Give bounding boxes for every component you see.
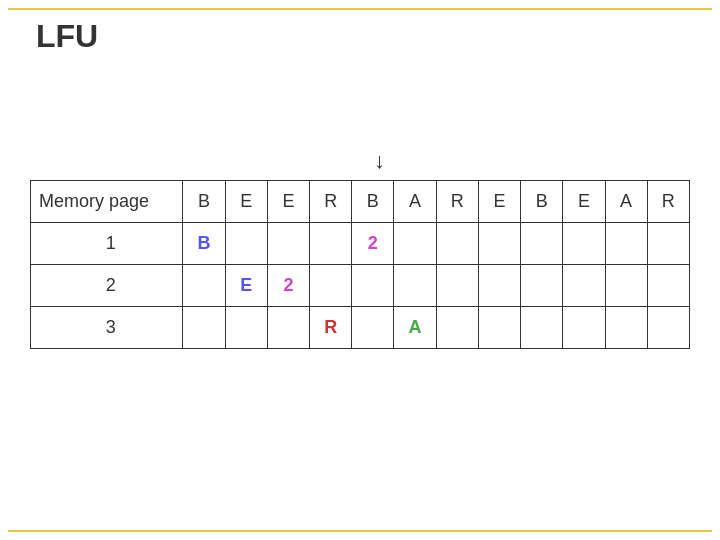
row-3-cell-9 (563, 307, 605, 349)
row-2-cell-8 (521, 265, 563, 307)
row-1-cell-0: B (183, 223, 225, 265)
row-1-cell-2 (267, 223, 309, 265)
table-row-2: 2 E 2 (31, 265, 690, 307)
header-cell-5: A (394, 181, 436, 223)
row-2-cell-2: 2 (267, 265, 309, 307)
header-cell-7: E (478, 181, 520, 223)
header-cell-11: R (647, 181, 689, 223)
header-cell-3: R (310, 181, 352, 223)
header-cell-0: B (183, 181, 225, 223)
row-1-cell-6 (436, 223, 478, 265)
row-2-cell-9 (563, 265, 605, 307)
row-1-cell-9 (563, 223, 605, 265)
row-2-cell-11 (647, 265, 689, 307)
row-1-cell-8 (521, 223, 563, 265)
row-2-cell-4 (352, 265, 394, 307)
row-2-cell-5 (394, 265, 436, 307)
row-3-cell-1 (225, 307, 267, 349)
row-1-cell-4: 2 (352, 223, 394, 265)
header-label: Memory page (31, 181, 183, 223)
row-3-cell-10 (605, 307, 647, 349)
row-3-label: 3 (31, 307, 183, 349)
row-3-cell-3: R (310, 307, 352, 349)
row-1-cell-10 (605, 223, 647, 265)
row-1-cell-11 (647, 223, 689, 265)
row-2-cell-10 (605, 265, 647, 307)
row-2-cell-0 (183, 265, 225, 307)
row-3-cell-0 (183, 307, 225, 349)
header-cell-1: E (225, 181, 267, 223)
row-3-cell-5: A (394, 307, 436, 349)
row-1-cell-7 (478, 223, 520, 265)
header-cell-8: B (521, 181, 563, 223)
table-row-3: 3 R A (31, 307, 690, 349)
row-2-label: 2 (31, 265, 183, 307)
row-2-cell-6 (436, 265, 478, 307)
header-row: Memory page B E E R B A R E B E A R (31, 181, 690, 223)
row-3-cell-7 (478, 307, 520, 349)
row-3-cell-4 (352, 307, 394, 349)
row-1-cell-1 (225, 223, 267, 265)
row-2-cell-1: E (225, 265, 267, 307)
arrow-indicator: ↓ (374, 148, 385, 174)
row-1-cell-3 (310, 223, 352, 265)
header-cell-10: A (605, 181, 647, 223)
header-cell-6: R (436, 181, 478, 223)
row-3-cell-2 (267, 307, 309, 349)
row-3-cell-11 (647, 307, 689, 349)
table-row-1: 1 B 2 (31, 223, 690, 265)
page-title: LFU (36, 18, 98, 55)
row-3-cell-8 (521, 307, 563, 349)
row-3-cell-6 (436, 307, 478, 349)
bottom-border (8, 530, 712, 532)
main-table-container: Memory page B E E R B A R E B E A R 1 B … (30, 180, 690, 349)
header-cell-2: E (267, 181, 309, 223)
header-cell-9: E (563, 181, 605, 223)
top-border (8, 8, 712, 10)
row-1-label: 1 (31, 223, 183, 265)
row-2-cell-7 (478, 265, 520, 307)
memory-table: Memory page B E E R B A R E B E A R 1 B … (30, 180, 690, 349)
row-2-cell-3 (310, 265, 352, 307)
header-cell-4: B (352, 181, 394, 223)
row-1-cell-5 (394, 223, 436, 265)
